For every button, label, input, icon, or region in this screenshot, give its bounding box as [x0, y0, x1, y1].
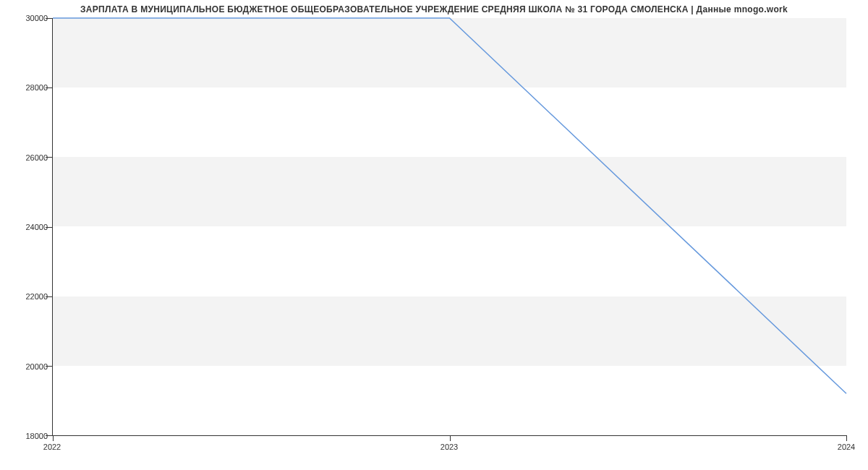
y-axis-label: 28000: [25, 83, 48, 92]
x-axis-label: 2022: [43, 443, 61, 451]
x-tick: [53, 435, 54, 441]
plot-area: [52, 18, 846, 436]
y-axis-label: 22000: [25, 292, 48, 301]
y-axis-label: 24000: [25, 223, 48, 231]
x-tick: [846, 435, 847, 441]
x-tick: [450, 435, 451, 441]
y-axis-label: 20000: [25, 362, 48, 371]
x-axis-label: 2023: [441, 443, 458, 451]
chart-title: ЗАРПЛАТА В МУНИЦИПАЛЬНОЕ БЮДЖЕТНОЕ ОБЩЕО…: [0, 4, 868, 14]
data-line: [53, 18, 846, 435]
y-axis-label: 26000: [25, 153, 48, 162]
x-axis-label: 2024: [838, 443, 855, 451]
y-axis-label: 30000: [25, 14, 48, 22]
y-axis-label: 18000: [25, 432, 48, 440]
